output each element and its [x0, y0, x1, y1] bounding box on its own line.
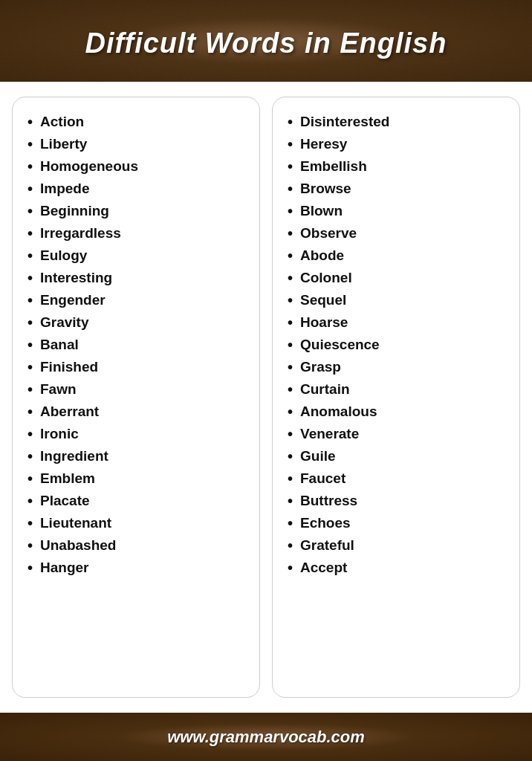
list-item: Fawn: [27, 378, 250, 401]
list-item: Buttress: [288, 490, 510, 512]
list-item: Observe: [288, 222, 510, 245]
left-word-list: ActionLibertyHomogeneousImpedeBeginningI…: [27, 111, 250, 579]
list-item: Colonel: [288, 267, 510, 289]
list-item: Browse: [288, 178, 510, 200]
list-item: Hoarse: [288, 311, 510, 334]
list-item: Heresy: [288, 133, 510, 155]
list-item: Engender: [27, 289, 250, 311]
list-item: Anomalous: [288, 401, 510, 423]
right-word-list: DisinterestedHeresyEmbellishBrowseBlownO…: [288, 111, 510, 579]
list-item: Ingredient: [27, 445, 250, 467]
list-item: Banal: [27, 334, 250, 356]
list-item: Sequel: [288, 289, 510, 311]
list-item: Gravity: [27, 311, 250, 334]
list-item: Unabashed: [27, 534, 250, 557]
list-item: Echoes: [288, 512, 510, 534]
list-item: Liberty: [27, 133, 250, 155]
list-item: Embellish: [288, 155, 510, 178]
list-item: Homogeneous: [27, 155, 250, 178]
list-item: Disinterested: [288, 111, 510, 133]
list-item: Curtain: [288, 378, 510, 401]
left-column: ActionLibertyHomogeneousImpedeBeginningI…: [12, 97, 260, 698]
list-item: Action: [27, 111, 250, 133]
list-item: Abode: [288, 245, 510, 267]
page-footer: www.grammarvocab.com: [0, 713, 532, 761]
list-item: Quiescence: [288, 334, 510, 356]
list-item: Emblem: [27, 467, 250, 490]
content-area: ActionLibertyHomogeneousImpedeBeginningI…: [0, 82, 532, 713]
footer-url: www.grammarvocab.com: [167, 728, 365, 747]
list-item: Guile: [288, 445, 510, 467]
list-item: Grateful: [288, 534, 510, 557]
right-column: DisinterestedHeresyEmbellishBrowseBlownO…: [272, 97, 520, 698]
list-item: Grasp: [288, 356, 510, 378]
list-item: Irregardless: [27, 222, 250, 245]
list-item: Aberrant: [27, 401, 250, 423]
page-title: Difficult Words in English: [85, 27, 447, 59]
list-item: Blown: [288, 200, 510, 222]
list-item: Ironic: [27, 423, 250, 445]
page-header: Difficult Words in English: [0, 0, 532, 82]
list-item: Faucet: [288, 467, 510, 490]
list-item: Eulogy: [27, 245, 250, 267]
list-item: Impede: [27, 178, 250, 200]
list-item: Accept: [288, 557, 510, 579]
list-item: Venerate: [288, 423, 510, 445]
list-item: Hanger: [27, 557, 250, 579]
list-item: Lieutenant: [27, 512, 250, 534]
list-item: Beginning: [27, 200, 250, 222]
list-item: Placate: [27, 490, 250, 512]
list-item: Interesting: [27, 267, 250, 289]
list-item: Finished: [27, 356, 250, 378]
